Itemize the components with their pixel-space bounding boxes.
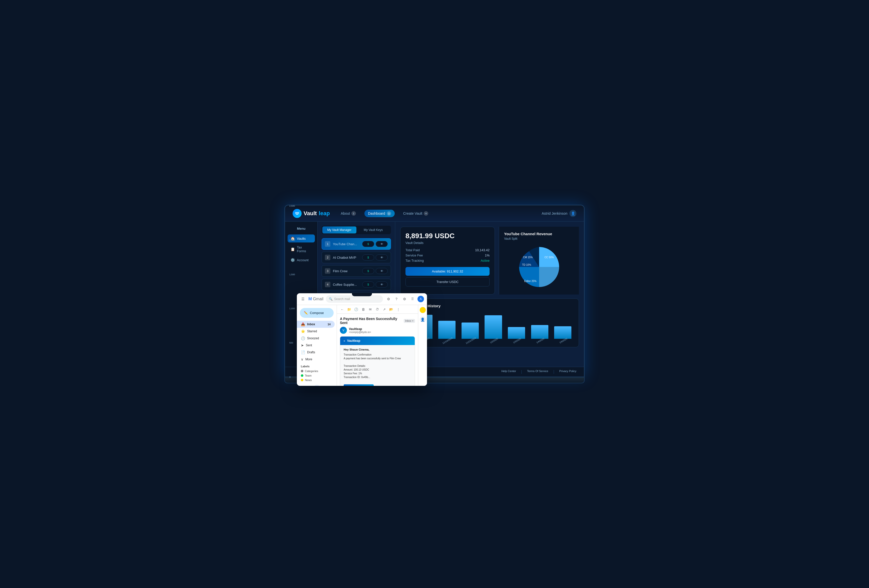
vault-eye-btn-3[interactable]: 👁 xyxy=(376,268,388,274)
move-icon[interactable]: ↗ xyxy=(381,307,387,312)
gmail-sidebar: ✏️ Compose 📥 Inbox 14 ⭐ Starred 🕐 Snooze… xyxy=(297,305,337,386)
help-icon[interactable]: ? xyxy=(393,296,399,302)
sidebar-label-account: Account xyxy=(297,258,308,262)
device-notch xyxy=(352,293,372,296)
add-label-button[interactable]: + xyxy=(313,385,320,386)
total-paid-val: 10,143.42 xyxy=(475,248,489,252)
bar-3 xyxy=(485,315,502,339)
vault-item-3[interactable]: 3 Film Crew $ 👁 xyxy=(322,265,391,277)
apps-icon[interactable]: ⠿ xyxy=(409,296,415,302)
sidebar-item-account[interactable]: ⚙️ Account xyxy=(288,256,315,264)
nav-dashboard-label: Dashboard xyxy=(368,212,385,215)
sidebar-item-vaults[interactable]: 🏠 Vaults xyxy=(288,234,315,243)
tab-vault-keys[interactable]: My Vault Keys xyxy=(356,227,390,234)
bar-item-2: 11/21/2024 xyxy=(459,312,481,342)
tax-tracking-row: Tax Tracking Active xyxy=(405,259,489,262)
archive-icon[interactable]: 📁 xyxy=(346,307,352,312)
footer-privacy[interactable]: Privacy Policy xyxy=(559,370,577,374)
snoozed-icon: 🕐 xyxy=(301,336,305,340)
sender-info: Vaultleap <noreply@klydo.io> xyxy=(349,327,415,333)
search-icon: 🔍 xyxy=(329,297,333,301)
email-fee: Service Fee: 1% xyxy=(344,372,411,375)
more-options-icon[interactable]: ⋮ xyxy=(396,307,401,312)
clock-icon[interactable]: ⏱ xyxy=(374,307,380,312)
delete-icon[interactable]: 🗑 xyxy=(360,307,366,312)
gmail-avatar[interactable]: A xyxy=(417,296,424,302)
more-label: More xyxy=(305,358,312,361)
label-news[interactable]: News xyxy=(301,378,333,382)
vault-dollar-btn-1[interactable]: $ xyxy=(362,241,374,247)
drafts-label: Drafts xyxy=(307,351,315,354)
gmail-nav-inbox[interactable]: 📥 Inbox 14 xyxy=(297,321,335,328)
compose-label: Compose xyxy=(310,311,324,315)
email-amount: Amount: 100.13 USDC xyxy=(344,368,411,372)
label-categories[interactable]: Categories xyxy=(301,369,333,373)
vault-name-2: AI Chatbot MVP xyxy=(333,256,360,259)
vault-item-4[interactable]: 4 Coffee Supplie... $ 👁 xyxy=(322,279,391,290)
inbox-badge: 14 xyxy=(328,323,331,326)
tab-vault-manager[interactable]: My Vault Manager xyxy=(322,227,356,234)
inbox-tag-close[interactable]: × xyxy=(412,320,414,322)
vault-dollar-btn-4[interactable]: $ xyxy=(362,281,374,287)
total-paid-key: Total Paid xyxy=(405,248,420,252)
user-area[interactable]: Astrid Jenkinson 👤 xyxy=(541,210,577,217)
bar-4 xyxy=(508,327,525,339)
gmail-logo: M Gmail xyxy=(308,296,323,302)
nav-create-vault[interactable]: Create Vault ✦ xyxy=(400,210,432,217)
footer-terms[interactable]: Terms Of Service xyxy=(527,370,548,374)
email-icon[interactable]: ✉ xyxy=(368,307,373,312)
vault-balance: 8,891.99 USDC xyxy=(405,232,489,240)
label-team[interactable]: Team xyxy=(301,373,333,378)
footer-help[interactable]: Help Center xyxy=(501,370,516,374)
email-cta-button[interactable]: Go to My Dashboard xyxy=(344,384,374,386)
vault-num-2: 2 xyxy=(325,255,331,260)
vault-num-3: 3 xyxy=(325,268,331,274)
team-dot xyxy=(301,374,303,377)
sidebar-label-tax-forms: Tax Forms xyxy=(297,246,312,253)
vault-eye-btn-1[interactable]: 👁 xyxy=(376,241,388,247)
folder-icon[interactable]: 📂 xyxy=(389,307,394,312)
email-subtitle: Transaction Confirmation xyxy=(344,353,411,357)
compose-button[interactable]: ✏️ Compose xyxy=(300,308,334,318)
search-bar[interactable]: 🔍 Search mail xyxy=(326,295,383,303)
vault-dollar-btn-2[interactable]: $ xyxy=(362,255,374,261)
gmail-side-icon-1[interactable] xyxy=(420,307,426,313)
transfer-button[interactable]: Transfer USDC xyxy=(405,277,489,286)
nav-items: About ℹ Dashboard ⊡ Create Vault ✦ xyxy=(337,210,534,217)
sidebar-item-tax-forms[interactable]: 📋 Tax Forms xyxy=(288,243,315,255)
hamburger-icon[interactable]: ☰ xyxy=(300,296,306,302)
inbox-tag-text: Inbox xyxy=(405,320,411,322)
nav-dashboard[interactable]: Dashboard ⊡ xyxy=(365,210,395,217)
gmail-nav-more[interactable]: ∨ More xyxy=(297,356,335,363)
tax-forms-icon: 📋 xyxy=(291,247,295,251)
label-news-text: News xyxy=(305,379,312,382)
star-icon: ⭐ xyxy=(301,329,305,333)
label-team-text: Team xyxy=(305,374,311,377)
gmail-nav-snoozed[interactable]: 🕐 Snoozed xyxy=(297,335,335,342)
filter-icon[interactable]: ⚙ xyxy=(386,296,391,302)
vault-dollar-btn-3[interactable]: $ xyxy=(362,268,374,274)
nav-about[interactable]: About ℹ xyxy=(337,210,360,217)
search-placeholder: Search mail xyxy=(334,297,350,301)
sender-email: <noreply@klydo.io> xyxy=(349,331,415,333)
back-icon[interactable]: ← xyxy=(340,307,345,312)
gmail-overlay: ☰ M Gmail 🔍 Search mail ⚙ ? ⚙ ⠿ A ✏️ xyxy=(297,293,427,386)
gmail-nav-starred[interactable]: ⭐ Starred xyxy=(297,328,335,335)
vault-item-1[interactable]: 1 YouTube Chan... $ 👁 xyxy=(322,238,391,250)
vault-item-2[interactable]: 2 AI Chatbot MVP $ 👁 xyxy=(322,252,391,263)
vault-eye-btn-2[interactable]: 👁 xyxy=(376,255,388,261)
gmail-side-icon-2[interactable]: 👤 xyxy=(420,317,426,323)
settings-icon[interactable]: ⚙ xyxy=(402,296,408,302)
bar-item-6: 1/5/2025 xyxy=(552,312,574,342)
vault-eye-btn-4[interactable]: 👁 xyxy=(376,281,388,287)
snooze-icon[interactable]: 🕐 xyxy=(353,307,359,312)
gmail-nav-sent[interactable]: ➤ Sent xyxy=(297,342,335,349)
gmail-nav-drafts[interactable]: 📄 Drafts xyxy=(297,349,335,356)
available-button[interactable]: Available: 911,902.32 xyxy=(405,267,489,276)
service-fee-val: 1% xyxy=(485,253,489,257)
transaction-title: Transaction History xyxy=(405,304,574,308)
email-body-preview: ≡ Vaultleap Hey Shaun Cinema, Transactio… xyxy=(340,336,415,386)
vault-num-4: 4 xyxy=(325,282,331,287)
nav-about-label: About xyxy=(341,212,350,215)
footer-sep-1: | xyxy=(521,370,522,374)
